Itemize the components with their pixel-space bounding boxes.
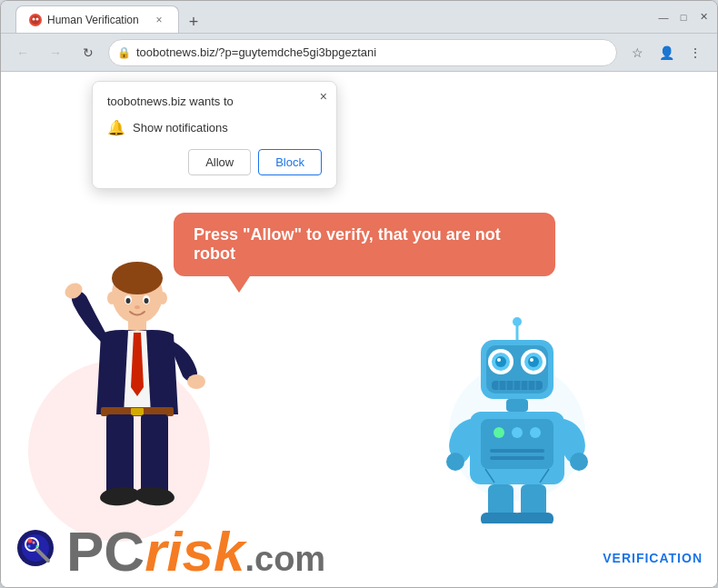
svg-point-0 xyxy=(31,15,40,25)
popup-close-btn[interactable]: × xyxy=(320,89,327,104)
svg-rect-9 xyxy=(131,408,144,415)
svg-point-7 xyxy=(187,374,205,389)
svg-rect-43 xyxy=(481,419,553,469)
svg-point-18 xyxy=(135,305,140,309)
allow-button[interactable]: Allow xyxy=(188,149,251,175)
minimize-button[interactable]: — xyxy=(657,11,670,24)
svg-point-2 xyxy=(36,17,39,20)
menu-button[interactable]: ⋮ xyxy=(683,40,708,65)
svg-point-63 xyxy=(28,545,31,548)
svg-rect-47 xyxy=(490,449,544,453)
svg-point-30 xyxy=(495,356,506,367)
risk-text: risk xyxy=(145,523,244,580)
navigation-bar: ← → ↻ 🔒 ☆ 👤 ⋮ xyxy=(1,34,717,72)
popup-buttons: Allow Block xyxy=(107,149,322,175)
bookmark-button[interactable]: ☆ xyxy=(624,40,650,65)
svg-point-64 xyxy=(36,545,39,548)
notification-popup: toobotnews.biz wants to × 🔔 Show notific… xyxy=(92,81,337,189)
active-tab[interactable]: Human Verification × xyxy=(15,5,179,33)
svg-point-20 xyxy=(158,292,167,304)
svg-point-60 xyxy=(28,539,33,543)
svg-point-31 xyxy=(528,356,539,367)
svg-rect-48 xyxy=(490,456,544,460)
pcrisk-text: PC risk .com xyxy=(66,523,325,580)
svg-rect-41 xyxy=(506,399,528,412)
svg-point-1 xyxy=(33,17,35,20)
address-bar-container: 🔒 xyxy=(108,39,617,66)
com-text: .com xyxy=(244,542,325,576)
svg-point-16 xyxy=(126,298,131,304)
pcrisk-logo: PC risk .com xyxy=(15,523,325,580)
svg-point-12 xyxy=(99,485,141,507)
svg-point-50 xyxy=(570,453,588,471)
account-button[interactable]: 👤 xyxy=(653,40,679,65)
popup-title: toobotnews.biz wants to xyxy=(107,95,322,108)
browser-window: Human Verification × + — □ ✕ ← → ↻ 🔒 ☆ 👤… xyxy=(0,0,718,588)
tab-bar: Human Verification × + xyxy=(15,1,657,33)
new-tab-button[interactable]: + xyxy=(183,11,204,33)
title-bar: Human Verification × + — □ ✕ xyxy=(1,1,717,34)
speech-bubble: Press "Allow" to verify, that you are no… xyxy=(174,213,555,276)
verification-label: VERIFICATION xyxy=(603,551,703,565)
page-content: toobotnews.biz wants to × 🔔 Show notific… xyxy=(1,72,717,587)
popup-item-text: Show notifications xyxy=(133,121,228,135)
popup-notification-item: 🔔 Show notifications xyxy=(107,119,322,136)
svg-rect-52 xyxy=(521,484,546,517)
nav-right-buttons: ☆ 👤 ⋮ xyxy=(624,40,708,65)
speech-bubble-text: Press "Allow" to verify, that you are no… xyxy=(194,225,501,263)
forward-button[interactable]: → xyxy=(43,40,68,65)
tab-close-btn[interactable]: × xyxy=(153,14,165,26)
close-button[interactable]: ✕ xyxy=(697,11,710,24)
pc-text: PC xyxy=(66,523,145,580)
svg-point-23 xyxy=(513,317,522,326)
security-icon: 🔒 xyxy=(117,46,131,59)
address-bar-input[interactable] xyxy=(108,39,617,66)
svg-point-13 xyxy=(134,485,175,507)
back-button[interactable]: ← xyxy=(10,40,35,65)
svg-point-19 xyxy=(107,292,116,304)
maximize-button[interactable]: □ xyxy=(677,11,690,24)
svg-point-4 xyxy=(112,262,163,294)
svg-point-45 xyxy=(512,427,523,438)
svg-rect-10 xyxy=(106,414,134,496)
svg-point-33 xyxy=(530,358,534,362)
tab-label: Human Verification xyxy=(47,14,139,26)
title-bar-controls: — □ ✕ xyxy=(657,11,710,24)
svg-point-17 xyxy=(145,298,149,304)
bell-icon: 🔔 xyxy=(107,119,125,136)
svg-point-32 xyxy=(497,358,501,362)
robot-figure xyxy=(444,314,590,514)
svg-rect-54 xyxy=(514,513,553,523)
svg-point-62 xyxy=(33,542,35,544)
svg-point-44 xyxy=(494,427,504,438)
reload-button[interactable]: ↻ xyxy=(75,40,101,65)
human-figure xyxy=(55,260,219,514)
svg-rect-51 xyxy=(488,484,514,517)
svg-rect-11 xyxy=(141,414,168,496)
block-button[interactable]: Block xyxy=(258,149,322,175)
svg-point-46 xyxy=(530,427,541,438)
tab-favicon xyxy=(29,14,42,26)
magnifier-icon xyxy=(15,528,63,575)
svg-point-49 xyxy=(446,453,464,471)
